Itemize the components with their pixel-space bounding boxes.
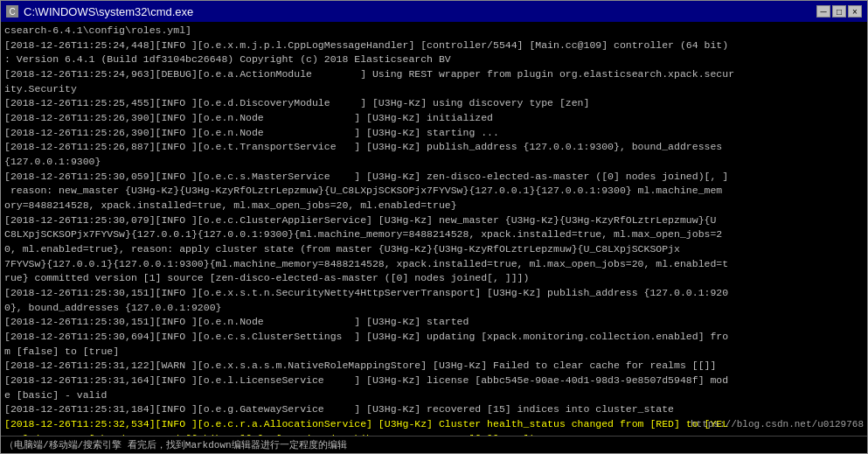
console-line: [2018-12-26T11:25:30,151][INFO ][o.e.n.N… [4, 315, 864, 330]
maximize-button[interactable]: □ [832, 5, 846, 17]
console-line: ory=8488214528, xpack.installed=true, ml… [4, 199, 864, 213]
console-line: rue} committed version [1] source [zen-d… [4, 271, 864, 286]
console-line: 7FYVSw}{127.0.0.1}{127.0.0.1:9300}{ml.ma… [4, 257, 864, 272]
console-line: LOW] (reason: [shards started [[.kibana]… [4, 432, 864, 436]
titlebar: C C:\WINDOWS\system32\cmd.exe ─ □ × [1, 1, 867, 22]
console-line: m [false] to [true] [4, 345, 864, 360]
console-line: {127.0.0.1:9300} [4, 155, 864, 170]
console-line: [2018-12-26T11:25:31,164][INFO ][o.e.l.L… [4, 374, 864, 388]
console-line: ity.Security [4, 82, 864, 97]
console-line: C8LXpjSCKSOPjx7FYVSw}{127.0.0.1}{127.0.0… [4, 227, 864, 242]
watermark: https://blog.csdn.net/u0129768 [691, 418, 864, 432]
console-line: [2018-12-26T11:25:26,390][INFO ][o.e.n.N… [4, 126, 864, 141]
console-line: [2018-12-26T11:25:31,122][WARN ][o.e.x.s… [4, 359, 864, 374]
cmd-window: C C:\WINDOWS\system32\cmd.exe ─ □ × csea… [0, 0, 868, 454]
console-output: csearch-6.4.1\config\roles.yml][2018-12-… [1, 22, 867, 436]
console-line: [2018-12-26T11:25:30,151][INFO ][o.e.x.s… [4, 286, 864, 301]
cmd-icon: C [6, 5, 18, 17]
console-line: reason: new_master {U3Hg-Kz}{U3Hg-KzyRfO… [4, 184, 864, 199]
console-line: 0, ml.enabled=true}, reason: apply clust… [4, 242, 864, 257]
console-line: [2018-12-26T11:25:24,448][INFO ][o.e.x.m… [4, 38, 864, 53]
console-line: 0}, bound_addresses {127.0.0.1:9200} [4, 301, 864, 316]
console-line: [2018-12-26T11:25:25,455][INFO ][o.e.d.D… [4, 96, 864, 111]
window-title: C:\WINDOWS\system32\cmd.exe [24, 5, 193, 18]
console-line: csearch-6.4.1\config\roles.yml] [4, 24, 864, 38]
statusbar-text: （电脑端/移动端/搜索引擎 看完后，找到Markdown编辑器进行一定程度的编辑 [4, 438, 347, 451]
console-line: [2018-12-26T11:25:24,963][DEBUG][o.e.a.A… [4, 67, 864, 82]
console-line: [2018-12-26T11:25:30,079][INFO ][o.e.c.C… [4, 213, 864, 228]
minimize-button[interactable]: ─ [816, 5, 830, 17]
titlebar-left: C C:\WINDOWS\system32\cmd.exe [6, 5, 193, 18]
console-line: e [basic] - valid [4, 388, 864, 403]
console-line: [2018-12-26T11:25:26,887][INFO ][o.e.t.T… [4, 140, 864, 155]
console-line: : Version 6.4.1 (Build 1df3104bc26648) C… [4, 52, 864, 67]
console-line: [2018-12-26T11:25:31,184][INFO ][o.e.g.G… [4, 402, 864, 417]
close-button[interactable]: × [848, 5, 862, 17]
statusbar: （电脑端/移动端/搜索引擎 看完后，找到Markdown编辑器进行一定程度的编辑 [1, 436, 867, 453]
console-line: [2018-12-26T11:25:30,694][INFO ][o.e.c.s… [4, 330, 864, 345]
titlebar-buttons[interactable]: ─ □ × [816, 5, 862, 17]
console-line: [2018-12-26T11:25:26,390][INFO ][o.e.n.N… [4, 111, 864, 126]
console-line: [2018-12-26T11:25:30,059][INFO ][o.e.c.s… [4, 170, 864, 185]
